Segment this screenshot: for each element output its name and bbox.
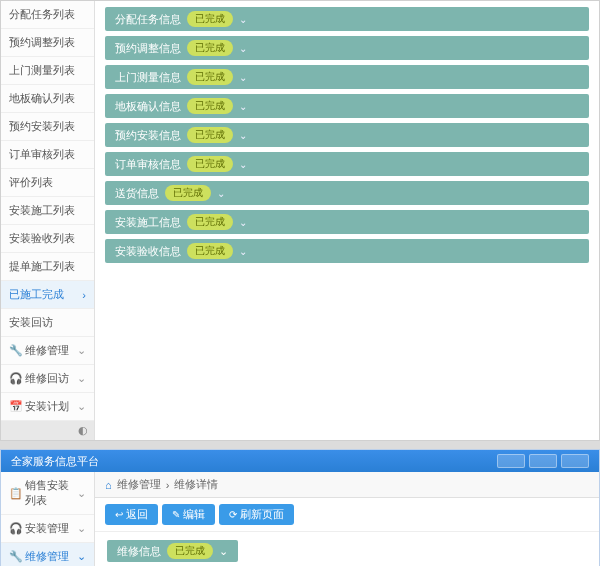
bottom-main: ⌂ 维修管理 › 维修详情 ↩返回 ✎编辑 ⟳刷新页面 维修信息 已完成 ⌄ 申… xyxy=(95,472,599,566)
accordion-row[interactable]: 上门测量信息已完成⌄ xyxy=(105,65,589,89)
wrench-icon: 🔧 xyxy=(9,344,21,357)
arrow-left-icon: ↩ xyxy=(115,509,123,520)
accordion-row[interactable]: 预约安装信息已完成⌄ xyxy=(105,123,589,147)
accordion-row[interactable]: 安装验收信息已完成⌄ xyxy=(105,239,589,263)
accordion-row[interactable]: 送货信息已完成⌄ xyxy=(105,181,589,205)
chevron-down-icon: ⌄ xyxy=(219,545,228,558)
status-badge: 已完成 xyxy=(187,11,233,27)
status-badge: 已完成 xyxy=(187,156,233,172)
headset-icon: 🎧 xyxy=(9,522,21,535)
top-sidebar: 分配任务列表 预约调整列表 上门测量列表 地板确认列表 预约安装列表 订单审核列… xyxy=(1,1,95,440)
crumb-item[interactable]: 维修管理 xyxy=(117,477,161,492)
status-badge: 已完成 xyxy=(187,69,233,85)
sidebar-group-open[interactable]: 🔧维修管理⌄ xyxy=(1,543,94,566)
sidebar-item[interactable]: 安装验收列表 xyxy=(1,225,94,253)
tray-item[interactable] xyxy=(497,454,525,468)
chevron-down-icon: ⌄ xyxy=(239,130,247,141)
sidebar-item[interactable]: 分配任务列表 xyxy=(1,1,94,29)
chevron-right-icon: › xyxy=(82,289,86,301)
accordion-row[interactable]: 预约调整信息已完成⌄ xyxy=(105,36,589,60)
status-badge: 已完成 xyxy=(187,214,233,230)
chevron-down-icon: ⌄ xyxy=(239,217,247,228)
status-badge: 已完成 xyxy=(187,243,233,259)
clipboard-icon: 📋 xyxy=(9,487,21,500)
sidebar-item[interactable]: 预约安装列表 xyxy=(1,113,94,141)
refresh-icon: ⟳ xyxy=(229,509,237,520)
chevron-down-icon: ⌄ xyxy=(239,101,247,112)
accordion-row[interactable]: 订单审核信息已完成⌄ xyxy=(105,152,589,176)
tray-item[interactable] xyxy=(561,454,589,468)
bottom-sidebar: 📋销售安装列表⌄ 🎧安装管理⌄ 🔧维修管理⌄ 维修列表(全) 客户维修列表 维修… xyxy=(1,472,95,566)
collapse-icon: ◐ xyxy=(78,424,88,436)
pencil-icon: ✎ xyxy=(172,509,180,520)
refresh-button[interactable]: ⟳刷新页面 xyxy=(219,504,294,525)
accordion-row[interactable]: 地板确认信息已完成⌄ xyxy=(105,94,589,118)
sidebar-item[interactable]: 评价列表 xyxy=(1,169,94,197)
toolbar: ↩返回 ✎编辑 ⟳刷新页面 xyxy=(95,498,599,532)
calendar-icon: 📅 xyxy=(9,400,21,413)
chevron-down-icon: ⌄ xyxy=(239,159,247,170)
back-button[interactable]: ↩返回 xyxy=(105,504,158,525)
header-tray xyxy=(497,454,589,468)
top-main: 分配任务信息已完成⌄ 预约调整信息已完成⌄ 上门测量信息已完成⌄ 地板确认信息已… xyxy=(95,1,599,440)
chevron-down-icon: ⌄ xyxy=(77,372,86,385)
chevron-down-icon: ⌄ xyxy=(239,72,247,83)
sidebar-item[interactable]: 提单施工列表 xyxy=(1,253,94,281)
sidebar-group[interactable]: 📅安装计划⌄ xyxy=(1,393,94,421)
status-badge: 已完成 xyxy=(187,127,233,143)
sidebar-item[interactable]: 订单审核列表 xyxy=(1,141,94,169)
sidebar-item-selected[interactable]: 已施工完成› xyxy=(1,281,94,309)
chevron-down-icon: ⌄ xyxy=(77,522,86,535)
status-badge: 已完成 xyxy=(187,40,233,56)
chevron-down-icon: ⌄ xyxy=(217,188,225,199)
home-icon[interactable]: ⌂ xyxy=(105,479,112,491)
sidebar-collapse[interactable]: ◐ xyxy=(1,421,94,440)
sidebar-group[interactable]: 🔧维修管理⌄ xyxy=(1,337,94,365)
chevron-down-icon: ⌄ xyxy=(77,487,86,500)
accordion-row[interactable]: 分配任务信息已完成⌄ xyxy=(105,7,589,31)
status-badge: 已完成 xyxy=(165,185,211,201)
accordion-row[interactable]: 安装施工信息已完成⌄ xyxy=(105,210,589,234)
top-window: 分配任务列表 预约调整列表 上门测量列表 地板确认列表 预约安装列表 订单审核列… xyxy=(0,0,600,441)
content: 维修信息 已完成 ⌄ 申请人 维修日期2022-09-09 商品型号DC8126… xyxy=(95,532,599,566)
sidebar-group[interactable]: 📋销售安装列表⌄ xyxy=(1,472,94,515)
status-badge: 已完成 xyxy=(167,543,213,559)
status-badge: 已完成 xyxy=(187,98,233,114)
app-title: 全家服务信息平台 xyxy=(11,454,99,469)
chevron-down-icon: ⌄ xyxy=(239,246,247,257)
breadcrumb: ⌂ 维修管理 › 维修详情 xyxy=(95,472,599,498)
chevron-down-icon: ⌄ xyxy=(77,400,86,413)
chevron-down-icon: ⌄ xyxy=(239,14,247,25)
sidebar-group[interactable]: 🎧维修回访⌄ xyxy=(1,365,94,393)
sidebar-group[interactable]: 🎧安装管理⌄ xyxy=(1,515,94,543)
sidebar-item[interactable]: 上门测量列表 xyxy=(1,57,94,85)
app-header: 全家服务信息平台 xyxy=(1,450,599,472)
chevron-down-icon: ⌄ xyxy=(239,43,247,54)
chevron-down-icon: ⌄ xyxy=(77,344,86,357)
crumb-item: 维修详情 xyxy=(174,477,218,492)
sidebar-item[interactable]: 安装施工列表 xyxy=(1,197,94,225)
sidebar-item[interactable]: 地板确认列表 xyxy=(1,85,94,113)
chevron-down-icon: ⌄ xyxy=(77,550,86,563)
wrench-icon: 🔧 xyxy=(9,550,21,563)
sidebar-item[interactable]: 安装回访 xyxy=(1,309,94,337)
sidebar-item[interactable]: 预约调整列表 xyxy=(1,29,94,57)
edit-button[interactable]: ✎编辑 xyxy=(162,504,215,525)
section-header[interactable]: 维修信息 已完成 ⌄ xyxy=(107,540,238,562)
headset-icon: 🎧 xyxy=(9,372,21,385)
bottom-window: 全家服务信息平台 📋销售安装列表⌄ 🎧安装管理⌄ 🔧维修管理⌄ 维修列表(全) … xyxy=(0,449,600,566)
tray-item[interactable] xyxy=(529,454,557,468)
